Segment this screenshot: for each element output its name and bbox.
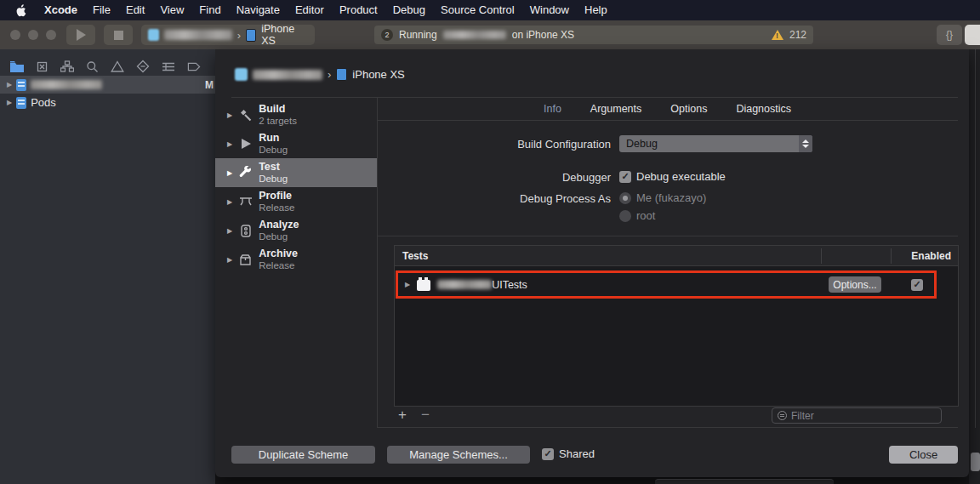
menu-debug[interactable]: Debug [385,0,433,20]
disclosure-icon[interactable]: ▶ [227,256,232,264]
issue-navigator-icon[interactable] [111,60,124,73]
pods-row[interactable]: ▶ Pods [0,94,215,111]
manage-schemes-button[interactable]: Manage Schemes... [387,446,530,464]
menu-bar: Xcode File Edit View Find Navigate Edito… [0,0,980,20]
disclosure-icon[interactable]: ▶ [227,111,232,119]
editor-segment-button[interactable] [965,25,980,45]
chevron-icon: › [328,68,331,81]
menu-help[interactable]: Help [577,0,615,20]
action-sublabel: 2 targets [259,116,297,128]
remove-test-button[interactable]: − [421,407,430,424]
stop-icon [114,31,123,40]
radio-me[interactable] [619,192,631,204]
menu-find[interactable]: Find [191,0,228,20]
action-label: Analyze [259,219,299,231]
menu-xcode[interactable]: Xcode [37,0,85,20]
menu-window[interactable]: Window [522,0,577,20]
destination-label[interactable]: iPhone XS [261,23,308,47]
tab-diagnostics[interactable]: Diagnostics [736,103,791,115]
source-control-navigator-icon[interactable] [36,60,48,73]
menu-navigate[interactable]: Navigate [229,0,288,20]
scheme-action-profile[interactable]: ▶ ProfileRelease [219,187,377,216]
radio-root[interactable] [619,210,631,222]
shared-label: Shared [559,447,595,460]
code-editor-mode-button[interactable]: {} [937,25,962,45]
scheme-action-test[interactable]: ▶ TestDebug [215,158,377,187]
chevron-icon: › [237,29,241,42]
scheme-app-icon [235,68,248,81]
add-test-button[interactable]: + [398,407,407,424]
menu-view[interactable]: View [152,0,191,20]
debug-navigator-icon[interactable] [162,60,175,73]
window-zoom-button[interactable] [46,30,56,40]
scheme-breadcrumb[interactable]: › iPhone XS [235,68,405,81]
apple-menu-icon[interactable] [0,4,37,17]
breakpoint-navigator-icon[interactable] [187,60,201,73]
scheme-action-archive[interactable]: ▶ ArchiveRelease [219,245,377,274]
window-toolbar: › iPhone XS 2 Running on iPhone XS 212 {… [0,20,980,49]
menu-product[interactable]: Product [332,0,385,20]
action-label: Profile [259,190,294,202]
stop-button[interactable] [104,25,133,45]
disclosure-icon[interactable]: ▶ [227,169,232,177]
project-navigator-icon[interactable] [10,60,24,73]
shared-checkbox[interactable]: ✓ [542,448,554,460]
disclosure-icon[interactable]: ▶ [227,227,232,235]
status-activity-suffix: on iPhone XS [512,29,574,41]
warning-count[interactable]: 212 [789,29,806,41]
symbol-navigator-icon[interactable] [60,60,74,73]
window-close-button[interactable] [10,30,20,40]
build-configuration-label: Build Configuration [419,138,611,151]
braces-icon: {} [946,29,953,41]
tab-options[interactable]: Options [670,103,707,115]
menu-source-control[interactable]: Source Control [433,0,522,20]
tab-arguments[interactable]: Arguments [590,103,641,115]
activity-status-bar[interactable]: 2 Running on iPhone XS 212 [374,26,813,44]
debug-executable-checkbox[interactable]: ✓ [619,171,631,183]
disclosure-icon[interactable]: ▶ [7,81,12,88]
scheme-action-run[interactable]: ▶ RunDebug [219,129,377,158]
action-sublabel: Debug [259,174,288,185]
build-hammer-icon [238,108,253,122]
project-row[interactable]: ▶ M [0,76,215,94]
menu-editor[interactable]: Editor [288,0,332,20]
tests-column-header[interactable]: Tests [395,250,428,262]
options-button[interactable]: Options... [829,276,881,293]
background-button [971,453,980,471]
run-button[interactable] [66,25,95,45]
disclosure-icon[interactable]: ▶ [405,281,410,288]
scheme-selector[interactable]: › iPhone XS [141,25,315,45]
tab-info[interactable]: Info [544,103,561,115]
enabled-checkbox[interactable]: ✓ [911,279,923,291]
project-file-icon [16,79,26,91]
disclosure-icon[interactable]: ▶ [7,99,12,106]
action-label: Test [259,161,288,174]
test-bundle-name-suffix: UITests [492,279,527,291]
filter-input[interactable] [791,410,919,422]
test-bundle-row-highlighted[interactable]: ▶ UITests Options... ✓ [396,270,937,299]
debugger-label: Debugger [419,171,611,184]
destination-label[interactable]: iPhone XS [352,68,404,81]
disclosure-icon[interactable]: ▶ [227,140,232,148]
scheme-action-analyze[interactable]: ▶ AnalyzeDebug [219,216,377,245]
menu-edit[interactable]: Edit [118,0,152,20]
play-icon [77,29,86,41]
disclosure-icon[interactable]: ▶ [227,198,232,206]
enabled-column-header[interactable]: Enabled [911,250,951,262]
radio-row-root: root [619,209,655,222]
build-configuration-dropdown[interactable]: Debug [619,135,812,152]
debug-executable-label: Debug executable [636,170,726,183]
filter-field[interactable] [772,407,942,424]
menu-file[interactable]: File [85,0,118,20]
test-navigator-icon[interactable] [136,60,150,73]
task-count-badge: 2 [381,29,393,41]
duplicate-scheme-button[interactable]: Duplicate Scheme [231,446,375,464]
close-button[interactable]: Close [889,446,958,464]
run-play-icon [238,137,253,151]
scheme-action-build[interactable]: ▶ Build2 targets [219,100,377,129]
window-minimize-button[interactable] [28,30,38,40]
find-navigator-icon[interactable] [86,60,99,73]
radio-row-me: Me (fukazayo) [619,191,706,204]
device-icon [336,68,347,81]
device-icon [246,29,256,42]
